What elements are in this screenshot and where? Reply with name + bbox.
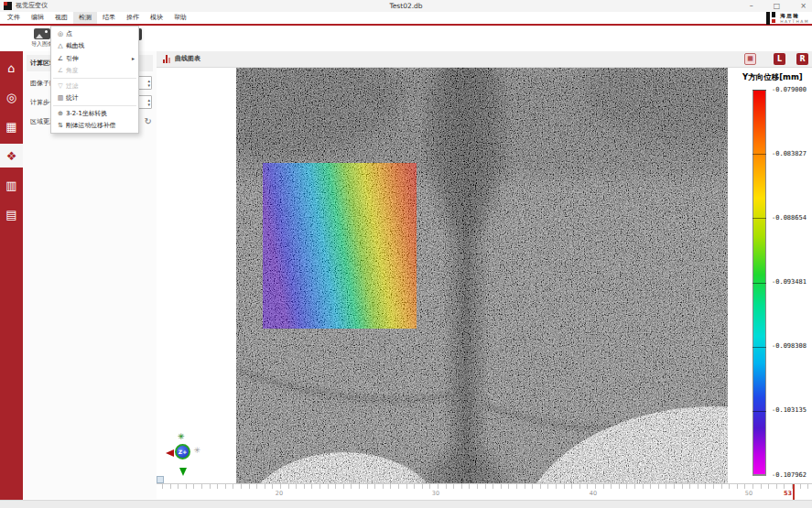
ruler-tick	[532, 484, 533, 489]
camera-icon: ◎	[6, 92, 16, 103]
position-ruler[interactable]: 2030405053	[157, 483, 812, 501]
clipboard-icon: ▤	[5, 209, 16, 221]
menu-0[interactable]: 文件	[2, 12, 26, 24]
colorbar-tick	[752, 411, 766, 412]
menu-separator	[53, 78, 136, 79]
sidebar-item-camera[interactable]: ◎	[0, 85, 23, 109]
corner-handle[interactable]	[157, 476, 164, 483]
home-icon: ⌂	[7, 62, 15, 74]
menu-6[interactable]: 模块	[145, 12, 168, 24]
ruler-tick	[343, 484, 344, 489]
colorbar-tick	[752, 90, 766, 91]
menuitem-coordinate-transform-321[interactable]: ⊕3-2-1坐标转换	[51, 107, 138, 120]
spinner-down-icon[interactable]: ▾	[147, 103, 150, 107]
ruler-tick	[438, 484, 438, 489]
ruler-tick	[508, 484, 509, 489]
ruler-tick	[619, 484, 620, 489]
left-image-button[interactable]: L	[774, 53, 785, 65]
sidebar-item-gauge[interactable]: ▥	[0, 173, 23, 197]
axis-y-icon: ✳	[178, 432, 185, 441]
colorbar-tick-label: -0.079000	[772, 86, 807, 93]
orientation-gizmo[interactable]: ✳ ✳ Z+	[166, 432, 200, 476]
ruler-tick	[477, 484, 478, 489]
status-bar	[0, 500, 812, 508]
right-image-button[interactable]: R	[796, 53, 808, 65]
angle-icon: ∠	[55, 67, 66, 74]
ruler-tick	[682, 484, 683, 489]
menu-7[interactable]: 帮助	[168, 12, 192, 24]
ruler-tick	[446, 484, 447, 489]
sidebar-item-pinwheel[interactable]: ❖	[0, 144, 23, 168]
ruler-tick	[525, 484, 525, 489]
menuitem-label: 引伸	[66, 54, 79, 63]
ruler-tick	[493, 484, 493, 489]
chart-panel-title: 曲线图表	[175, 51, 200, 67]
ruler-tick	[429, 484, 430, 489]
ruler-tick	[634, 484, 635, 489]
ruler-tick	[249, 484, 250, 489]
ruler-tick	[547, 484, 548, 489]
ruler-tick	[744, 484, 745, 489]
section-curve-icon: △	[55, 42, 66, 49]
refresh-button[interactable]: ↻	[145, 115, 152, 127]
ruler-tick	[595, 484, 596, 489]
ruler-tick	[556, 484, 557, 489]
extensometer-icon: ∠	[55, 55, 66, 62]
ruler-current-marker	[793, 484, 795, 500]
colorbar-tick-label: -0.103135	[772, 406, 807, 414]
menuitem-rigid-body-motion-compensation[interactable]: ⇅刚体运动位移补偿	[51, 120, 138, 133]
ruler-tick	[414, 484, 415, 489]
sidebar-item-home[interactable]: ⌂	[0, 56, 23, 80]
ruler-tick	[265, 484, 265, 489]
ruler-label: 50	[745, 490, 752, 497]
pinwheel-icon: ❖	[6, 150, 17, 162]
menuitem-angle: ∠角度	[51, 65, 138, 78]
menuitem-point[interactable]: ◎点	[51, 27, 138, 40]
ruler-tick	[328, 484, 329, 489]
brand-name-en: HAYTHAM	[780, 19, 809, 25]
title-bar: 视觉应变仪 Test02.db – □ ×	[0, 0, 812, 13]
image-icon	[34, 28, 50, 39]
colorbar-tick-label: -0.093481	[772, 278, 807, 286]
detect-dropdown-menu: ◎点△截曲线∠引伸▸∠角度▽过滤▥统计⊕3-2-1坐标转换⇅刚体运动位移补偿	[50, 26, 139, 134]
menuitem-section-curve[interactable]: △截曲线	[51, 40, 138, 53]
ruler-tick	[319, 484, 320, 489]
sidebar-item-clipboard[interactable]: ▤	[0, 202, 23, 226]
axis-x-icon: ✳	[193, 446, 200, 455]
ruler-tick	[721, 484, 722, 489]
ruler-tick	[579, 484, 580, 489]
menu-3[interactable]: 检测	[73, 12, 97, 24]
menuitem-label: 截曲线	[66, 41, 84, 50]
ruler-tick	[666, 484, 666, 489]
ruler-tick	[689, 484, 690, 489]
ruler-tick	[674, 484, 675, 489]
ruler-tick	[603, 484, 604, 489]
colorbar-title: Y方向位移[mm]	[742, 72, 803, 83]
ruler-tick	[564, 484, 565, 489]
ruler-tick	[650, 484, 651, 489]
menu-4[interactable]: 结果	[97, 12, 121, 24]
specimen-image[interactable]	[236, 68, 728, 483]
axis-y-neg-arrow-icon	[179, 468, 187, 476]
overlay-view-button[interactable]: ▦	[744, 53, 756, 65]
statistics-icon: ▥	[55, 94, 66, 102]
menu-1[interactable]: 编辑	[26, 12, 49, 24]
ruler-tick	[288, 484, 289, 489]
ruler-tick	[359, 484, 360, 489]
menu-2[interactable]: 视图	[49, 12, 73, 24]
rigid-body-motion-compensation-icon: ⇅	[55, 122, 66, 129]
ruler-tick	[461, 484, 462, 489]
ruler-tick	[713, 484, 714, 489]
sidebar-item-grid[interactable]: ▦	[0, 114, 23, 138]
menu-5[interactable]: 操作	[121, 12, 145, 24]
ruler-tick	[516, 484, 517, 489]
menuitem-statistics[interactable]: ▥统计	[51, 92, 138, 105]
menuitem-label: 过滤	[66, 81, 79, 91]
axis-z-ball: Z+	[175, 444, 190, 459]
minimize-button[interactable]: –	[750, 0, 753, 12]
ruler-tick	[807, 484, 808, 489]
spinner-down-icon[interactable]: ▾	[147, 83, 150, 88]
ruler-tick	[485, 484, 486, 489]
ruler-tick	[335, 484, 336, 489]
menuitem-extensometer[interactable]: ∠引伸▸	[51, 52, 138, 65]
